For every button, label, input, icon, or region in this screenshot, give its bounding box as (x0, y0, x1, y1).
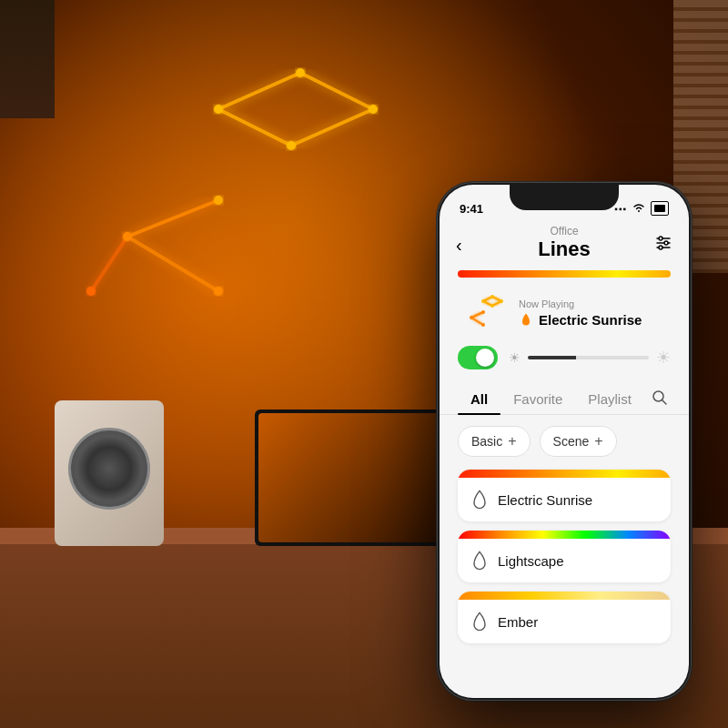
toggle-knob (476, 349, 494, 367)
scene-name-electric-sunrise: Electric Sunrise (498, 492, 592, 508)
scene-gradient-ember (458, 592, 671, 600)
scene-card-lightscape[interactable]: Lightscape (458, 531, 671, 582)
scene-droplet-icon-lightscape (470, 550, 489, 571)
svg-line-30 (471, 318, 483, 325)
droplet-icon (519, 312, 533, 327)
scene-name-ember: Ember (498, 614, 538, 630)
svg-line-7 (127, 237, 218, 291)
brightness-slider-track[interactable] (528, 356, 649, 359)
phone-shell: 9:41 ▪▪▪ ‹ (437, 182, 692, 701)
svg-point-31 (481, 299, 485, 303)
svg-point-34 (490, 304, 494, 308)
svg-point-36 (470, 316, 473, 319)
speaker (55, 400, 164, 546)
svg-point-37 (481, 323, 485, 327)
scene-droplet-icon-ember (470, 611, 489, 632)
scene-content: Electric Sunrise (458, 478, 671, 521)
settings-button[interactable] (654, 235, 672, 255)
now-playing-info: Now Playing Electric Sunrise (519, 298, 642, 328)
svg-line-1 (300, 73, 373, 109)
svg-line-28 (471, 312, 483, 318)
svg-line-0 (218, 73, 300, 109)
monitor-screen (258, 413, 451, 542)
tab-all[interactable]: All (458, 386, 500, 414)
phone: 9:41 ▪▪▪ ‹ (437, 182, 692, 701)
signal-icon: ▪▪▪ (614, 204, 627, 214)
brightness-max-icon: ☀ (656, 348, 671, 368)
tab-favorite[interactable]: Favorite (500, 386, 575, 414)
nanoleaf-lines (36, 55, 382, 346)
monitor (255, 410, 455, 546)
filter-basic[interactable]: Basic + (458, 426, 531, 457)
scene-plus-icon: + (594, 433, 602, 450)
status-icons: ▪▪▪ (614, 201, 669, 216)
scene-card-ember[interactable]: Ember (458, 592, 671, 643)
scene-name-lightscape: Lightscape (498, 553, 564, 569)
scene-droplet-icon (470, 489, 489, 511)
scene-gradient-lightscape (458, 531, 671, 539)
power-toggle[interactable] (458, 346, 498, 369)
svg-line-8 (91, 237, 127, 291)
svg-point-16 (86, 287, 96, 296)
svg-line-3 (291, 109, 373, 146)
svg-point-35 (481, 310, 485, 314)
now-playing-label: Now Playing (519, 298, 642, 309)
svg-point-9 (214, 105, 223, 114)
filter-scene[interactable]: Scene + (540, 426, 617, 457)
app-header: ‹ Office Lines (440, 219, 689, 270)
scene-card-electric-sunrise[interactable]: Electric Sunrise (458, 470, 671, 521)
tabs-row: All Favorite Playlist (440, 379, 689, 415)
device-icon (458, 292, 508, 333)
svg-point-20 (664, 241, 668, 245)
phone-screen: 9:41 ▪▪▪ ‹ (440, 185, 689, 698)
scene-content-lightscape: Lightscape (458, 539, 671, 582)
scene-gradient-electric-sunrise (458, 470, 671, 478)
wifi-icon (632, 202, 646, 216)
brightness-icon: ☀ (509, 350, 521, 365)
location-label: Office (458, 225, 671, 238)
svg-line-2 (218, 109, 291, 146)
now-playing-track: Electric Sunrise (519, 312, 642, 328)
device-area: Now Playing Electric Sunrise (440, 287, 689, 342)
battery-icon (651, 201, 669, 216)
svg-point-10 (296, 68, 305, 77)
controls-row: ☀ ☀ (440, 342, 689, 379)
filter-row: Basic + Scene + (440, 415, 689, 464)
svg-point-13 (214, 196, 223, 205)
svg-point-22 (659, 246, 662, 249)
brightness-control: ☀ ☀ (509, 348, 671, 368)
svg-point-32 (490, 295, 494, 298)
color-preview-bar (458, 270, 671, 278)
scene-list: Electric Sunrise Lightscape (440, 464, 689, 698)
search-button[interactable] (644, 386, 675, 414)
svg-point-11 (369, 105, 378, 114)
svg-line-39 (662, 400, 666, 405)
status-time: 9:41 (460, 202, 483, 216)
svg-point-12 (287, 141, 296, 150)
svg-point-33 (500, 299, 503, 303)
tab-playlist[interactable]: Playlist (575, 386, 644, 414)
svg-point-15 (214, 287, 223, 296)
scene-content-ember: Ember (458, 600, 671, 643)
svg-line-5 (127, 200, 218, 237)
svg-point-14 (123, 232, 132, 241)
back-button[interactable]: ‹ (456, 235, 462, 256)
basic-plus-icon: + (508, 433, 516, 450)
svg-point-18 (659, 237, 662, 240)
phone-notch (510, 185, 619, 210)
page-title: Lines (458, 238, 671, 261)
speaker-cone (68, 428, 150, 510)
